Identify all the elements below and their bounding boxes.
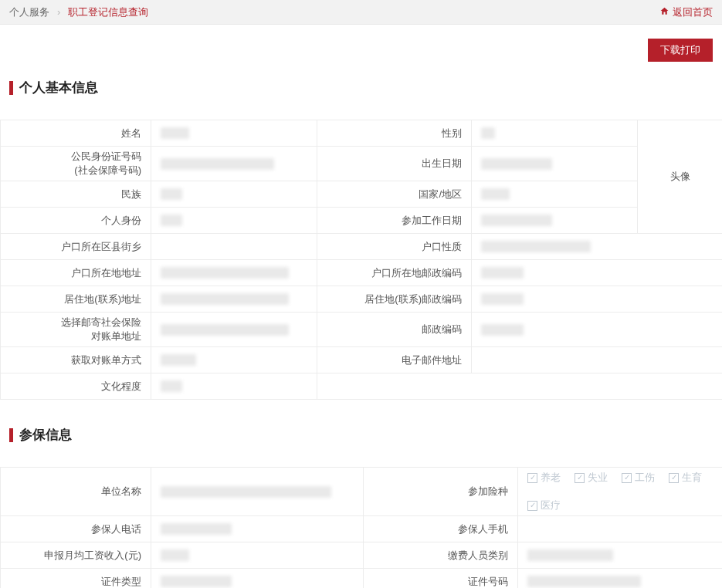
- value-hukou-zip: ██████: [472, 260, 723, 286]
- value-mobile: [518, 516, 723, 542]
- check-icon: ✓: [575, 473, 585, 483]
- value-cert-type: ██████████: [151, 569, 364, 589]
- value-zip: ██████: [472, 313, 723, 347]
- basic-info-table: 姓名 ████ 性别 ██ 头像 公民身份证号码 (社会保障号码) ██████…: [0, 120, 722, 400]
- insure-info-table: 单位名称 ████████████████████████ 参加险种 ✓养老 ✓…: [0, 467, 722, 588]
- checkbox-maternity: ✓生育: [669, 471, 702, 485]
- label-cert-no: 证件号码: [364, 569, 518, 589]
- value-live-zip: ██████: [472, 286, 723, 313]
- value-live-addr: ██████████████████: [151, 286, 317, 313]
- value-gender: ██: [472, 120, 638, 147]
- value-email: [472, 347, 723, 373]
- check-icon: ✓: [669, 473, 679, 483]
- value-hukou-area: [151, 234, 317, 260]
- label-country: 国家/地区: [317, 181, 472, 208]
- label-types: 参加险种: [364, 468, 518, 516]
- value-mail-addr: ██████████████████: [151, 313, 317, 347]
- label-mail-addr: 选择邮寄社会保险 对账单地址: [1, 313, 151, 347]
- section-title-insure-text: 参保信息: [19, 426, 72, 444]
- label-mobile: 参保人手机: [364, 516, 518, 542]
- check-icon: ✓: [527, 501, 537, 511]
- table-row: 姓名 ████ 性别 ██ 头像: [1, 120, 723, 147]
- breadcrumb-current: 职工登记信息查询: [68, 5, 148, 19]
- label-gender: 性别: [317, 120, 472, 147]
- label-hukou-area: 户口所在区县街乡: [1, 234, 151, 260]
- label-payer-type: 缴费人员类别: [364, 542, 518, 569]
- section-title-basic-text: 个人基本信息: [19, 79, 98, 96]
- label-hukou-addr: 户口所在地地址: [1, 260, 151, 286]
- label-hukou-type: 户口性质: [317, 234, 472, 260]
- label-email: 电子邮件地址: [317, 347, 472, 373]
- check-icon: ✓: [527, 473, 537, 483]
- value-name: ████: [151, 120, 317, 147]
- table-row: 公民身份证号码 (社会保障号码) ████████████████ 出生日期 █…: [1, 147, 723, 181]
- label-zip: 邮政编码: [317, 313, 472, 347]
- value-idno: ████████████████: [151, 147, 317, 181]
- back-home-label: 返回首页: [673, 5, 713, 19]
- value-phone: ██████████: [151, 516, 364, 542]
- value-hukou-addr: ██████████████████: [151, 260, 317, 286]
- label-phone: 参保人电话: [1, 516, 151, 542]
- table-row: 获取对账单方式 █████ 电子邮件地址: [1, 347, 723, 373]
- value-cert-no: ████████████████: [518, 569, 723, 589]
- section-title-basic: 个人基本信息: [0, 79, 722, 96]
- value-payer-type: ████████████: [518, 542, 723, 569]
- breadcrumb-root[interactable]: 个人服务: [9, 5, 49, 19]
- table-row: 文化程度 ███: [1, 373, 723, 400]
- value-ethnic: ███: [151, 181, 317, 208]
- check-icon: ✓: [622, 473, 632, 483]
- table-row: 民族 ███ 国家/地区 ████: [1, 181, 723, 208]
- label-birth: 出生日期: [317, 147, 472, 181]
- label-company: 单位名称: [1, 468, 151, 516]
- table-row: 户口所在地地址 ██████████████████ 户口所在地邮政编码 ███…: [1, 260, 723, 286]
- breadcrumb: 个人服务 › 职工登记信息查询 返回首页: [0, 0, 722, 25]
- label-avg-income: 申报月均工资收入(元): [1, 542, 151, 569]
- value-company: ████████████████████████: [151, 468, 364, 516]
- label-live-addr: 居住地(联系)地址: [1, 286, 151, 313]
- value-work-date: ██████████: [472, 208, 638, 234]
- table-row: 申报月均工资收入(元) ████ 缴费人员类别 ████████████: [1, 542, 723, 569]
- label-live-zip: 居住地(联系)邮政编码: [317, 286, 472, 313]
- value-hukou-type: ███ ████████████: [472, 234, 723, 260]
- label-name: 姓名: [1, 120, 151, 147]
- breadcrumb-sep: ›: [57, 6, 60, 18]
- avatar-cell: 头像: [638, 120, 723, 234]
- table-row: 户口所在区县街乡 户口性质 ███ ████████████: [1, 234, 723, 260]
- label-edu: 文化程度: [1, 373, 151, 400]
- value-birth: ██████████: [472, 147, 638, 181]
- table-row: 居住地(联系)地址 ██████████████████ 居住地(联系)邮政编码…: [1, 286, 723, 313]
- value-bill-method: █████: [151, 347, 317, 373]
- checkbox-pension: ✓养老: [527, 471, 561, 485]
- table-row: 个人身份 ███ 参加工作日期 ██████████: [1, 208, 723, 234]
- home-icon: [659, 6, 669, 19]
- download-print-button[interactable]: 下载打印: [648, 39, 713, 62]
- label-cert-type: 证件类型: [1, 569, 151, 589]
- section-title-insure: 参保信息: [0, 426, 722, 444]
- label-ethnic: 民族: [1, 181, 151, 208]
- label-idno: 公民身份证号码 (社会保障号码): [1, 147, 151, 181]
- back-home-link[interactable]: 返回首页: [659, 5, 713, 19]
- checkbox-medical: ✓医疗: [527, 498, 561, 512]
- label-identity: 个人身份: [1, 208, 151, 234]
- checkbox-unemploy: ✓失业: [575, 471, 608, 485]
- table-row: 选择邮寄社会保险 对账单地址 ██████████████████ 邮政编码 █…: [1, 313, 723, 347]
- checkbox-injury: ✓工伤: [622, 471, 655, 485]
- label-work-date: 参加工作日期: [317, 208, 472, 234]
- value-edu: ███: [151, 373, 317, 400]
- table-row: 证件类型 ██████████ 证件号码 ████████████████: [1, 569, 723, 589]
- action-row: 下载打印: [0, 25, 722, 76]
- value-country: ████: [472, 181, 638, 208]
- label-bill-method: 获取对账单方式: [1, 347, 151, 373]
- value-identity: ███: [151, 208, 317, 234]
- value-types: ✓养老 ✓失业 ✓工伤 ✓生育 ✓医疗: [518, 468, 723, 516]
- label-hukou-zip: 户口所在地邮政编码: [317, 260, 472, 286]
- value-avg-income: ████: [151, 542, 364, 569]
- table-row: 参保人电话 ██████████ 参保人手机: [1, 516, 723, 542]
- table-row: 单位名称 ████████████████████████ 参加险种 ✓养老 ✓…: [1, 468, 723, 516]
